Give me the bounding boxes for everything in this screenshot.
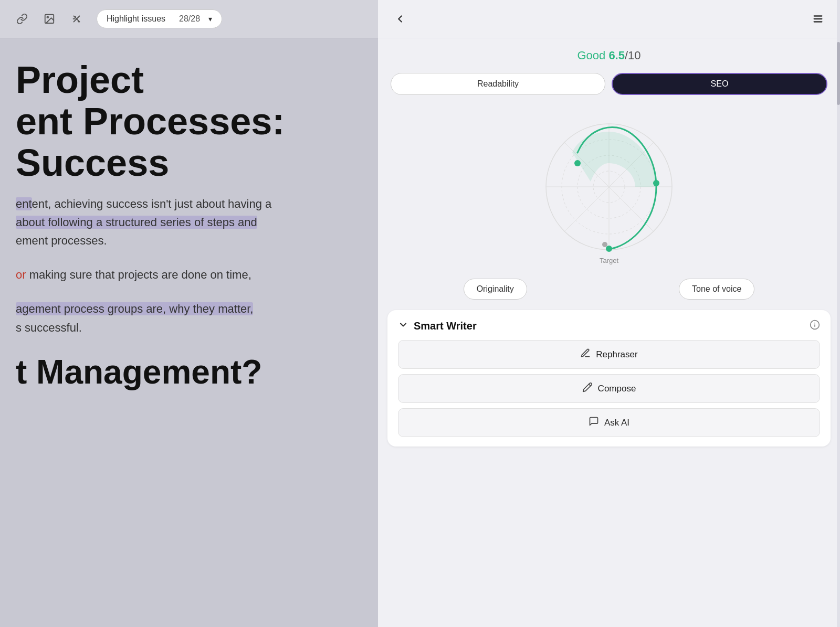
- clear-format-button[interactable]: [65, 7, 88, 30]
- para-2-start: or: [16, 268, 26, 281]
- tab-seo[interactable]: SEO: [612, 73, 827, 95]
- image-button[interactable]: [38, 7, 61, 30]
- tab-originality[interactable]: Originality: [464, 279, 527, 300]
- highlight-issues-dropdown[interactable]: Highlight issues 28/28 ▾: [97, 9, 222, 28]
- svg-point-18: [606, 246, 612, 252]
- smart-writer-left: Smart Writer: [398, 320, 477, 333]
- highlight-label: Highlight issues: [107, 14, 165, 24]
- rephraser-icon: [580, 348, 591, 361]
- editor-content: Project ent Processes: Success entent, a…: [0, 38, 378, 412]
- document-title: Project ent Processes: Success: [16, 59, 362, 184]
- editor-toolbar: Highlight issues 28/28 ▾: [0, 0, 378, 38]
- para-2-rest: making sure that projects are done on ti…: [26, 268, 251, 281]
- link-button[interactable]: [10, 7, 34, 30]
- compose-button[interactable]: Compose: [398, 374, 820, 403]
- tab-buttons-row: Readability SEO: [378, 68, 840, 100]
- title-line1: Project: [16, 59, 144, 101]
- smart-writer-title: Smart Writer: [414, 320, 477, 332]
- score-value: 6.5: [608, 49, 625, 62]
- highlighted-text-3: agement process groups are, why they mat…: [16, 302, 253, 315]
- score-section: Good 6.5/10: [378, 38, 840, 68]
- compose-label: Compose: [598, 384, 636, 394]
- radar-container: Target: [378, 100, 840, 273]
- smart-writer-collapse-icon[interactable]: [398, 320, 408, 333]
- smart-writer-section: Smart Writer Rephraser: [387, 310, 831, 447]
- sidebar-panel: Good 6.5/10 Readability SEO: [378, 0, 840, 627]
- bottom-tab-buttons-row: Originality Tone of voice: [378, 273, 840, 310]
- radar-chart: Target: [525, 105, 693, 273]
- smart-writer-header: Smart Writer: [398, 320, 820, 333]
- sidebar-header: [378, 0, 840, 38]
- svg-text:Target: Target: [600, 257, 619, 264]
- rephraser-label: Rephraser: [596, 349, 637, 360]
- paragraph-1: entent, achieving success isn't just abo…: [16, 195, 362, 250]
- sidebar-menu-button[interactable]: [808, 9, 827, 28]
- score-label: Good: [577, 49, 608, 62]
- svg-point-16: [574, 160, 581, 166]
- radar-svg: Target: [525, 105, 693, 273]
- rephraser-button[interactable]: Rephraser: [398, 340, 820, 369]
- scrollbar-track: [837, 0, 840, 627]
- dropdown-chevron-icon: ▾: [208, 15, 212, 23]
- section-heading: t Management?: [16, 353, 362, 391]
- compose-icon: [582, 382, 593, 395]
- svg-point-1: [47, 16, 48, 18]
- svg-point-17: [653, 180, 659, 186]
- svg-point-15: [602, 242, 607, 247]
- scrollbar-thumb[interactable]: [837, 42, 840, 105]
- paragraph-2: or making sure that projects are done on…: [16, 265, 362, 284]
- score-max: /10: [625, 49, 641, 62]
- ask-ai-button[interactable]: Ask AI: [398, 408, 820, 437]
- paragraph-3: agement process groups are, why they mat…: [16, 300, 362, 336]
- highlighted-text-1: ent: [16, 197, 32, 210]
- tab-tone-of-voice[interactable]: Tone of voice: [679, 279, 754, 300]
- highlighted-text-2: about following a structured series of s…: [16, 216, 257, 229]
- title-line3: Success: [16, 142, 169, 184]
- highlight-count: 28/28: [179, 14, 200, 24]
- para-3b: s successful.: [16, 321, 82, 334]
- title-line2: ent Processes:: [16, 100, 285, 142]
- ask-ai-icon: [589, 416, 599, 429]
- sidebar-back-button[interactable]: [391, 9, 410, 28]
- info-icon[interactable]: [810, 320, 820, 333]
- ask-ai-label: Ask AI: [604, 418, 629, 428]
- editor-panel: Highlight issues 28/28 ▾ Project ent Pro…: [0, 0, 378, 627]
- tab-readability[interactable]: Readability: [391, 73, 605, 95]
- para-1c: ement processes.: [16, 234, 107, 247]
